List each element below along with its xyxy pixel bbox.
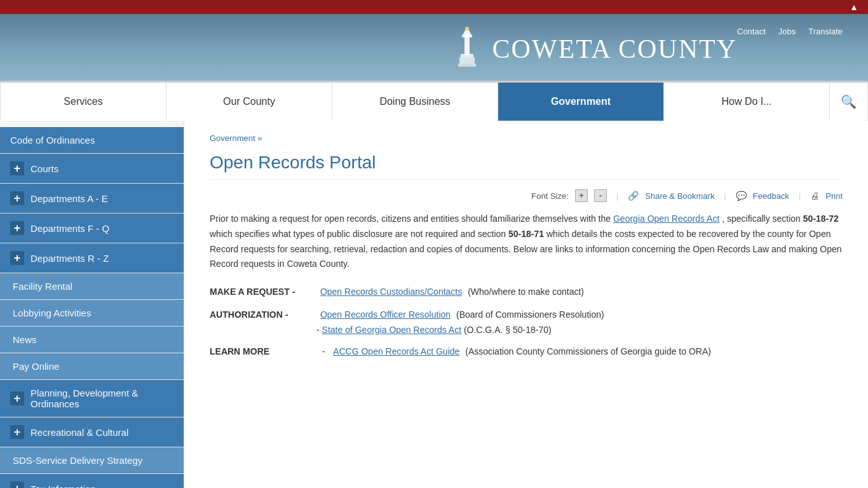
svg-rect-2	[462, 35, 472, 37]
learn-note: (Association County Commissioners of Geo…	[463, 344, 711, 360]
font-decrease-button[interactable]: -	[594, 189, 607, 202]
translate-link[interactable]: Translate	[808, 27, 843, 36]
sidebar-item-tax-information[interactable]: + Tax Information	[0, 474, 184, 488]
sidebar: Code of Ordinances + Courts + Department…	[0, 121, 184, 488]
sidebar-item-lobbying-activities[interactable]: Lobbying Activities	[0, 300, 184, 327]
svg-rect-5	[458, 64, 476, 67]
sidebar-item-facility-rental[interactable]: Facility Rental	[0, 273, 184, 300]
nav-how-do-i[interactable]: How Do I...	[664, 83, 830, 121]
page-content: Code of Ordinances + Courts + Department…	[0, 121, 868, 488]
sidebar-item-pay-online[interactable]: Pay Online	[0, 353, 184, 380]
bold-50-18-72: 50-18-72	[803, 214, 839, 224]
sidebar-item-departments-f-q[interactable]: + Departments F - Q	[0, 214, 184, 243]
auth-label: AUTHORIZATION -	[210, 308, 311, 323]
feedback-icon: 💬	[736, 191, 747, 201]
make-request-label: MAKE A REQUEST -	[210, 285, 311, 300]
logo-area: Coweta County	[448, 24, 737, 74]
expand-planning-icon[interactable]: +	[10, 391, 24, 405]
intro-paragraph: Prior to making a request for open recor…	[210, 212, 843, 272]
auth-row1: AUTHORIZATION - Open Records Officer Res…	[210, 308, 843, 323]
toolbar-divider: |	[616, 191, 618, 201]
make-request-section: MAKE A REQUEST - Open Records Custodians…	[210, 285, 843, 300]
toolbar-divider3: |	[799, 191, 801, 201]
breadcrumb: Government »	[210, 133, 843, 143]
intro-mid2: which specifies what types of public dis…	[210, 229, 508, 239]
sidebar-item-sds[interactable]: SDS-Service Delivery Strategy	[0, 447, 184, 474]
accg-guide-link[interactable]: ACCG Open Records Act Guide	[333, 344, 459, 360]
logo-text: Coweta County	[492, 34, 737, 64]
nav-doing-business[interactable]: Doing Business	[332, 83, 498, 121]
content-body: Prior to making a request for open recor…	[210, 212, 843, 359]
header-links: Contact Jobs Translate	[737, 27, 843, 36]
open-records-officer-link[interactable]: Open Records Officer Resolution	[320, 308, 451, 323]
toolbar: Font Size: + - | 🔗 Share & Bookmark | 💬 …	[210, 189, 843, 202]
print-icon: 🖨	[810, 191, 819, 201]
feedback-link[interactable]: Feedback	[753, 191, 789, 201]
svg-point-6	[465, 27, 469, 30]
breadcrumb-separator: »	[257, 133, 262, 143]
intro-mid: , specifically section	[722, 214, 801, 224]
font-increase-button[interactable]: +	[575, 189, 588, 202]
learn-more-section: LEARN MORE - ACCG Open Records Act Guide…	[210, 344, 843, 360]
share-bookmark-link[interactable]: Share & Bookmark	[645, 191, 714, 201]
expand-dept-rz-icon[interactable]: +	[10, 251, 24, 265]
nav-search[interactable]: 🔍	[830, 83, 868, 121]
georgia-act-link[interactable]: Georgia Open Records Act	[613, 214, 719, 224]
contact-link[interactable]: Contact	[737, 27, 766, 36]
auth-row2: - State of Georgia Open Records Act (O.C…	[316, 323, 843, 338]
sidebar-item-courts[interactable]: + Courts	[0, 154, 184, 184]
page-title: Open Records Portal	[210, 152, 843, 180]
sidebar-item-planning[interactable]: + Planning, Development & Ordinances	[0, 380, 184, 417]
sidebar-item-code-of-ordinances[interactable]: Code of Ordinances	[0, 127, 184, 154]
state-of-georgia-act-link[interactable]: State of Georgia Open Records Act	[322, 325, 461, 335]
header-top: Coweta County Contact Jobs Translate	[0, 24, 868, 81]
auth-note1: (Board of Commissioners Resolution)	[454, 308, 604, 323]
breadcrumb-government[interactable]: Government	[210, 133, 255, 143]
nav-services[interactable]: Services	[0, 83, 166, 121]
main-content: Government » Open Records Portal Font Si…	[184, 121, 868, 488]
expand-dept-fq-icon[interactable]: +	[10, 221, 24, 235]
nav-bar: Services Our County Doing Business Gover…	[0, 81, 868, 121]
share-icon: 🔗	[628, 191, 639, 201]
expand-tax-icon[interactable]: +	[10, 482, 24, 488]
open-records-custodians-link[interactable]: Open Records Custodians/Contacts	[320, 285, 462, 300]
svg-rect-3	[461, 54, 473, 57]
intro-text: Prior to making a request for open recor…	[210, 214, 611, 224]
authorization-section: AUTHORIZATION - Open Records Officer Res…	[210, 308, 843, 338]
expand-courts-icon[interactable]: +	[10, 161, 24, 175]
font-size-label: Font Size:	[531, 191, 569, 201]
learn-more-label: LEARN MORE	[210, 344, 311, 360]
nav-our-county[interactable]: Our County	[166, 83, 332, 121]
sidebar-item-departments-r-z[interactable]: + Departments R - Z	[0, 243, 184, 273]
make-request-note: (Who/where to make contact)	[465, 285, 584, 300]
sidebar-item-news[interactable]: News	[0, 327, 184, 353]
expand-dept-ae-icon[interactable]: +	[10, 191, 24, 205]
expand-recreational-icon[interactable]: +	[10, 425, 24, 439]
sidebar-item-departments-a-e[interactable]: + Departments A - E	[0, 184, 184, 214]
print-link[interactable]: Print	[825, 191, 843, 201]
sidebar-item-recreational[interactable]: + Recreational & Cultural	[0, 417, 184, 447]
nav-government[interactable]: Government	[498, 83, 664, 121]
search-icon: 🔍	[841, 94, 857, 109]
lighthouse-icon	[448, 24, 486, 74]
svg-rect-1	[465, 36, 470, 55]
header: Coweta County Contact Jobs Translate Ser…	[0, 14, 868, 121]
toolbar-divider2: |	[724, 191, 726, 201]
auth-note2: (O.C.G.A. § 50-18-70)	[464, 325, 552, 335]
svg-rect-4	[459, 57, 475, 64]
bold-50-18-71: 50-18-71	[508, 229, 544, 239]
scroll-top-button[interactable]: ▲	[846, 0, 862, 14]
jobs-link[interactable]: Jobs	[778, 27, 796, 36]
top-bar: ▲	[0, 0, 868, 14]
